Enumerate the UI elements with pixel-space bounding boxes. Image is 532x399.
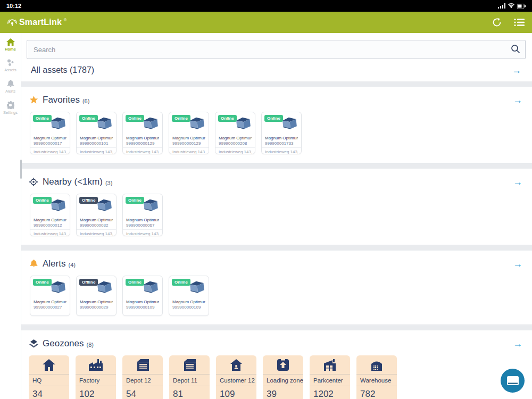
smartlink-logo-icon (7, 18, 17, 27)
container-bin-image (49, 279, 67, 295)
all-assets-label: All assets (1787) (31, 65, 94, 75)
geozone-count: 54 (122, 386, 163, 399)
asset-card[interactable]: Online Magnum Optimum ... 999900000208 I… (215, 112, 255, 154)
geozone-tile[interactable]: Factory 102 (76, 355, 116, 399)
status-badge: Online (172, 115, 190, 122)
asset-name: Magnum Optimum ... (80, 136, 113, 140)
asset-card[interactable]: Online Magnum Optimum ... 999900000129 I… (169, 112, 209, 154)
geozone-label: HQ (29, 375, 69, 386)
all-assets-arrow[interactable]: → (511, 65, 522, 75)
customer-icon (216, 355, 256, 375)
section-count: (6) (82, 96, 89, 104)
sidebar-item-assets[interactable]: Assets (0, 59, 21, 72)
geozone-tile[interactable]: HQ 34 (29, 355, 69, 399)
nearby-cards: Online Magnum Optimum ... 999900000012 I… (21, 193, 532, 245)
asset-card[interactable]: Online Magnum Optimum ... 999900000129 I… (122, 112, 163, 154)
asset-card[interactable]: Online Magnum Optimum ... 999900000017 I… (30, 112, 70, 154)
container-bin-image (142, 197, 160, 213)
geozones-arrow[interactable]: → (512, 339, 523, 348)
asset-card[interactable]: Online Magnum Optimum ... 999900000109 (169, 276, 209, 316)
signal-icon (498, 3, 505, 9)
refresh-button[interactable] (492, 17, 502, 28)
geozone-count: 34 (29, 386, 69, 399)
card-divider (123, 229, 162, 230)
asset-card[interactable]: Online Magnum Optimum ... 999900000012 I… (30, 194, 70, 236)
container-bin-image (142, 279, 160, 295)
layers-icon (29, 339, 38, 348)
container-bin-image (95, 115, 113, 131)
section-nearby: Nearby (<1km) (3) → Online Magnum Optimu… (21, 169, 532, 245)
card-divider (262, 147, 301, 148)
chat-button[interactable] (501, 369, 525, 393)
top-panel: All assets (1787) → (21, 33, 532, 81)
scrollbar-thumb[interactable] (20, 160, 22, 179)
container-bin-image (95, 197, 113, 213)
status-badge: Online (264, 115, 283, 122)
loading-zone-icon (263, 355, 303, 375)
card-divider (77, 147, 116, 148)
asset-name: Magnum Optimum ... (126, 300, 159, 304)
asset-name: Magnum Optimum ... (126, 136, 159, 140)
app-title: SmartLink (19, 18, 62, 27)
container-bin-image (49, 197, 67, 213)
alerts-arrow[interactable]: → (512, 259, 523, 269)
status-badge: Online (79, 115, 98, 122)
asset-card[interactable]: Online Magnum Optimum ... 999900000067 I… (122, 194, 163, 236)
asset-card[interactable]: Online Magnum Optimum ... 999900000027 (30, 276, 70, 316)
sidebar-item-alerts[interactable]: Alerts (0, 80, 21, 94)
garage-icon (122, 355, 163, 375)
asset-serial: 999900001733 (265, 141, 298, 146)
search-input[interactable] (27, 40, 526, 59)
asset-name: Magnum Optimum ... (265, 136, 298, 140)
geozone-count: 782 (356, 386, 397, 399)
list-menu-button[interactable] (514, 18, 525, 27)
status-bar: 10:12 (0, 0, 532, 12)
status-badge: Online (33, 279, 52, 286)
geozone-tile[interactable]: Depot 12 54 (122, 355, 163, 399)
section-count: (8) (87, 339, 94, 348)
asset-name: Magnum Optimum ... (34, 300, 66, 304)
asset-serial: 999900000017 (34, 141, 66, 146)
asset-card[interactable]: Online Magnum Optimum ... 999900001733 I… (261, 112, 302, 154)
container-bin-image (234, 115, 252, 131)
asset-card[interactable]: Offline Magnum Optimum ... 999900000032 … (76, 194, 117, 236)
geozone-label: Parkcenter (310, 375, 350, 386)
asset-name: Magnum Optimum ... (172, 300, 205, 304)
asset-name: Magnum Optimum ... (34, 136, 66, 140)
geozone-tile[interactable]: Customer 12 109 (216, 355, 256, 399)
assets-icon (6, 59, 15, 66)
target-icon (29, 178, 38, 186)
card-divider (215, 147, 255, 148)
asset-serial: 999900000109 (126, 305, 159, 310)
asset-address: Industrieweg 143,... (34, 149, 66, 154)
home-icon (6, 38, 15, 46)
geozone-tile[interactable]: Warehouse 782 (356, 355, 397, 399)
search-icon[interactable] (511, 44, 520, 54)
asset-card[interactable]: Online Magnum Optimum ... 999900000109 (122, 276, 163, 316)
geozone-label: Depot 12 (122, 375, 163, 386)
status-badge: Offline (79, 279, 98, 286)
favorites-cards: Online Magnum Optimum ... 999900000017 I… (21, 111, 532, 163)
garage-icon (169, 355, 210, 375)
parkcenter-icon (310, 355, 350, 375)
geozone-count: 109 (216, 386, 256, 399)
geozone-tile[interactable]: Loading zone 39 (263, 355, 303, 399)
asset-serial: 999900000101 (80, 141, 113, 146)
section-title: Alerts (43, 259, 65, 269)
container-bin-image (95, 279, 113, 295)
asset-name: Magnum Optimum ... (80, 218, 113, 222)
nearby-arrow[interactable]: → (512, 177, 523, 187)
favorites-arrow[interactable]: → (512, 95, 523, 105)
asset-address: Industrieweg 143,... (126, 231, 159, 236)
asset-card[interactable]: Offline Magnum Optimum ... 999900000029 (76, 276, 117, 316)
geozone-tile[interactable]: Parkcenter 1202 (310, 355, 350, 399)
all-assets-row[interactable]: All assets (1787) → (27, 59, 526, 81)
asset-card[interactable]: Online Magnum Optimum ... 999900000101 I… (76, 112, 117, 154)
geozone-count: 39 (263, 386, 303, 399)
status-badge: Online (172, 279, 190, 286)
sidebar-item-settings[interactable]: Settings (0, 101, 21, 115)
asset-address: Industrieweg 143,... (265, 149, 298, 154)
sidebar-item-home[interactable]: Home (0, 38, 21, 52)
geozone-tile[interactable]: Depot 11 81 (169, 355, 210, 399)
container-bin-image (188, 279, 206, 295)
